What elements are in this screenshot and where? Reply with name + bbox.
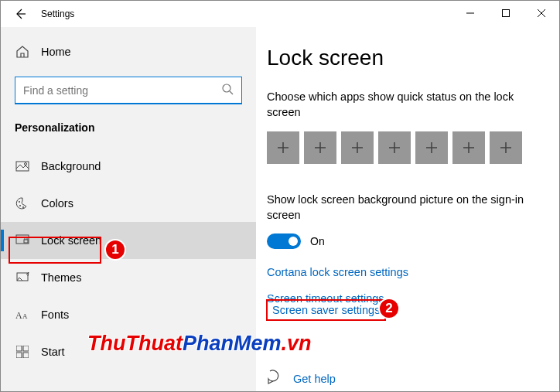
sidebar-item-label: Colors (41, 197, 73, 210)
fonts-icon: AA (15, 307, 30, 322)
sidebar-home[interactable]: Home (1, 33, 256, 70)
sidebar-item-label: Lock screen (41, 234, 101, 247)
maximize-button[interactable] (488, 1, 524, 26)
svg-point-4 (19, 201, 20, 203)
start-icon (15, 344, 30, 360)
annotation-callout-1: 1 (104, 239, 126, 261)
svg-text:A: A (15, 310, 22, 321)
link-cortana-settings[interactable]: Cortana lock screen settings (267, 266, 408, 278)
palette-icon (15, 196, 30, 211)
annotation-highlight-2: Screen saver settings (266, 299, 386, 321)
help-icon (267, 370, 282, 387)
svg-rect-8 (24, 240, 28, 243)
picture-icon (15, 159, 30, 174)
quick-status-tiles (267, 131, 548, 164)
sidebar-item-label: Background (41, 160, 101, 172)
sidebar-item-background[interactable]: Background (1, 148, 256, 185)
page-heading: Lock screen (267, 46, 548, 70)
window-title: Settings (41, 9, 74, 19)
svg-point-6 (22, 206, 24, 208)
svg-text:A: A (22, 312, 28, 320)
link-screen-saver[interactable]: Screen saver settings (272, 304, 380, 316)
lock-screen-icon (15, 233, 30, 248)
quick-status-slot[interactable] (267, 131, 299, 164)
watermark: ThuThuatPhanMem.vn (87, 332, 312, 356)
search-input[interactable] (23, 84, 221, 97)
sidebar-item-colors[interactable]: Colors (1, 185, 256, 222)
quick-status-slot[interactable] (452, 131, 485, 164)
quick-status-slot[interactable] (304, 131, 336, 164)
quick-status-description: Choose which apps show quick status on t… (267, 89, 548, 121)
quick-status-slot[interactable] (490, 131, 522, 164)
sidebar-item-fonts[interactable]: AA Fonts (1, 296, 256, 333)
signin-bg-toggle[interactable] (267, 233, 301, 249)
annotation-callout-2: 2 (378, 298, 400, 319)
svg-point-1 (223, 84, 230, 92)
minimize-button[interactable] (452, 1, 488, 26)
signin-bg-description: Show lock screen background picture on t… (267, 192, 548, 223)
themes-icon (15, 270, 30, 285)
back-button[interactable] (13, 7, 27, 21)
svg-point-5 (19, 205, 21, 206)
sidebar-home-label: Home (41, 46, 71, 58)
search-icon[interactable] (221, 83, 234, 97)
sidebar-section-header: Personalization (1, 117, 256, 148)
quick-status-slot[interactable] (378, 131, 411, 164)
svg-rect-12 (16, 346, 22, 351)
sidebar-item-label: Start (41, 346, 65, 358)
signin-bg-toggle-label: On (310, 235, 325, 247)
sidebar-item-themes[interactable]: Themes (1, 259, 256, 296)
quick-status-slot[interactable] (341, 131, 374, 164)
home-icon (15, 44, 30, 60)
sidebar-item-label: Themes (41, 271, 81, 284)
svg-rect-13 (23, 346, 29, 351)
search-input-wrap[interactable] (15, 77, 242, 104)
svg-rect-15 (23, 353, 29, 358)
sidebar-item-label: Fonts (41, 308, 69, 321)
link-get-help[interactable]: Get help (293, 373, 336, 385)
quick-status-slot[interactable] (415, 131, 448, 164)
sidebar-item-lock-screen[interactable]: Lock screen (1, 222, 256, 259)
close-button[interactable] (524, 1, 559, 26)
svg-rect-0 (503, 10, 510, 17)
svg-rect-14 (16, 353, 22, 358)
svg-point-3 (25, 163, 27, 165)
